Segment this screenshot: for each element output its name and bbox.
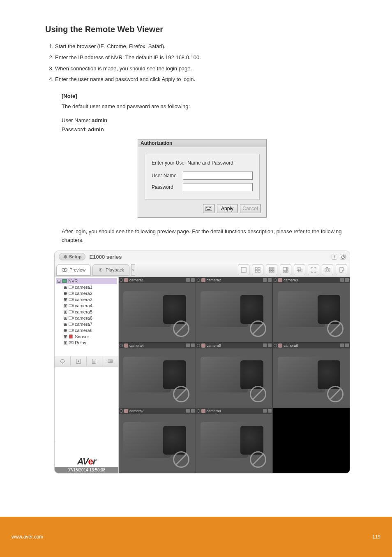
no-signal-icon — [327, 320, 344, 337]
camera-cell-4[interactable]: camera4 — [119, 343, 196, 408]
tab-preview[interactable]: Preview — [56, 264, 91, 276]
tree-item-camera7[interactable]: ⊞camera7 — [56, 321, 117, 327]
svg-rect-18 — [269, 269, 270, 271]
info-icon[interactable]: i — [332, 254, 337, 260]
audio-icon[interactable] — [268, 343, 272, 347]
tab-playback[interactable]: Playback — [92, 264, 129, 276]
step-4: Enter the user name and password and cli… — [55, 75, 359, 84]
tree-item-camera6[interactable]: ⊞camera6 — [56, 315, 117, 321]
auth-password-input[interactable] — [183, 183, 253, 191]
snapshot-button[interactable] — [322, 265, 333, 275]
fullscreen-button[interactable] — [308, 265, 319, 275]
record-dot-icon — [274, 278, 277, 282]
power-icon[interactable]: ⏻ — [340, 254, 346, 260]
note-body: The default user name and password are a… — [62, 102, 359, 111]
auth-password-label: Password — [152, 184, 183, 190]
tree-item-sensor[interactable]: ⊞Sensor — [56, 334, 117, 340]
tree-item-camera8[interactable]: ⊞camera8 — [56, 327, 117, 334]
layout-1x1-button[interactable] — [238, 265, 249, 275]
gear-icon — [62, 254, 67, 259]
tree-item-relay[interactable]: ⊞Relay — [56, 340, 117, 346]
record-dot-icon — [120, 344, 123, 347]
audio-icon[interactable] — [191, 278, 195, 282]
layout-3x3-button[interactable] — [266, 265, 277, 275]
cred-pass-label: Password: — [62, 126, 87, 132]
talk-icon[interactable] — [186, 278, 190, 282]
no-signal-icon — [250, 451, 266, 468]
nvr-icon — [62, 278, 67, 283]
camera-cell-2[interactable]: camera2 — [196, 277, 273, 342]
audio-icon[interactable] — [191, 343, 195, 347]
camera-icon — [69, 328, 74, 332]
tree-root-nvr[interactable]: ⊟ NVR — [56, 278, 117, 284]
auth-prompt: Enter your User Name and Password. — [152, 160, 253, 166]
sensor-icon — [69, 334, 74, 339]
setup-button[interactable]: Setup — [59, 253, 85, 260]
audio-icon[interactable] — [191, 409, 195, 413]
io-button[interactable] — [102, 356, 118, 366]
note-label: [Note] — [62, 93, 77, 99]
svg-rect-65 — [111, 360, 112, 362]
record-dot-icon — [197, 278, 200, 282]
camera-cell-8[interactable]: camera8 — [196, 408, 273, 473]
log-button[interactable] — [87, 356, 103, 366]
apply-button[interactable]: Apply — [217, 204, 238, 213]
ptz-button[interactable] — [55, 356, 71, 366]
virtual-keyboard-button[interactable] — [203, 204, 214, 213]
talk-icon[interactable] — [186, 409, 190, 413]
tree-item-camera1[interactable]: ⊞camera1 — [56, 284, 117, 290]
camera-cell-6[interactable]: camera6 — [273, 343, 350, 408]
tree-item-camera2[interactable]: ⊞camera2 — [56, 290, 117, 297]
talk-icon[interactable] — [263, 343, 267, 347]
auth-username-input[interactable] — [183, 172, 253, 180]
cancel-button[interactable]: Cancel — [240, 204, 261, 213]
playback-icon — [98, 268, 104, 272]
auth-username-label: User Name — [152, 173, 183, 179]
camera-cell-3[interactable]: camera3 — [273, 277, 350, 342]
sidebar-collapse-button[interactable]: < — [131, 264, 135, 276]
svg-rect-13 — [255, 270, 257, 272]
after-login-text: After login, you should see the followin… — [62, 227, 359, 245]
cell-label: camera3 — [284, 278, 298, 282]
emap-button[interactable] — [71, 356, 87, 366]
talk-icon[interactable] — [263, 278, 267, 282]
layout-custom-button[interactable] — [280, 265, 291, 275]
talk-icon[interactable] — [263, 409, 267, 413]
svg-rect-14 — [258, 270, 260, 272]
talk-icon[interactable] — [340, 343, 344, 347]
camera-cell-empty[interactable] — [273, 408, 350, 473]
camera-cell-5[interactable]: camera5 — [196, 343, 273, 408]
logo-part-c: r — [93, 456, 96, 466]
record-dot-icon — [197, 409, 200, 413]
camera-icon — [69, 297, 74, 302]
tree-item-camera4[interactable]: ⊞camera4 — [56, 303, 117, 309]
record-toggle-button[interactable] — [336, 265, 347, 275]
svg-rect-44 — [69, 311, 72, 313]
sidebar-mid-toolbar — [55, 356, 118, 367]
audio-icon[interactable] — [268, 409, 272, 413]
camera-cell-7[interactable]: camera7 — [119, 408, 196, 473]
autoscan-button[interactable] — [294, 265, 305, 275]
tree-item-camera3[interactable]: ⊞camera3 — [56, 297, 117, 303]
svg-rect-64 — [110, 360, 111, 362]
no-signal-icon — [173, 451, 189, 468]
tree-item-camera5[interactable]: ⊞camera5 — [56, 309, 117, 315]
camera-icon — [69, 304, 74, 308]
talk-icon[interactable] — [340, 278, 344, 282]
audio-icon[interactable] — [345, 278, 349, 282]
layout-2x2-button[interactable] — [252, 265, 263, 275]
talk-icon[interactable] — [186, 343, 190, 347]
camera-icon — [69, 316, 74, 320]
cell-label: camera4 — [129, 343, 144, 348]
motion-icon — [278, 278, 282, 282]
cred-user-label: User Name: — [62, 117, 90, 123]
audio-icon[interactable] — [268, 278, 272, 282]
motion-icon — [124, 343, 128, 348]
cell-label: camera6 — [284, 343, 298, 348]
record-dot-icon — [120, 409, 123, 413]
svg-rect-26 — [287, 269, 288, 271]
motion-icon — [201, 278, 205, 282]
authorization-dialog: Authorization Enter your User Name and P… — [138, 139, 267, 218]
camera-cell-1[interactable]: camera1 — [119, 277, 196, 342]
audio-icon[interactable] — [345, 343, 349, 347]
